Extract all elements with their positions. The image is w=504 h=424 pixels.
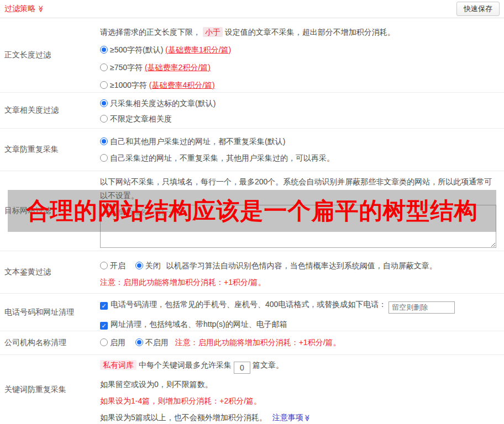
company-cleanup-options: 启用 不启用 注意：启用此功能将增加积分消耗：+1积分/篇。 [100, 336, 496, 348]
radio-option-note: (基础费率1积分/篇) [165, 45, 231, 54]
checkbox-option-label[interactable]: 电话号码清理，包括常见的手机号、座机号、400电话格式，或替换成如下电话： [111, 300, 386, 309]
checkbox-option-label[interactable]: 网址清理，包括纯域名、带http(s)的网址、电子邮箱 [111, 320, 287, 328]
radio-option-label[interactable]: 自己采集过的网址，不重复采集，其他用户采集过的，可以再采。 [110, 153, 334, 162]
less-than-badge: 小于 [203, 27, 223, 37]
row-content: 请选择需求的正文长度下限， 小于 设定值的文章不采集，超出部分不增加积分消耗。 … [100, 18, 504, 92]
radio-checked-icon[interactable] [100, 46, 108, 54]
porn-filter-desc: 以机器学习算法自动识别色情内容，当色情概率达到系统阈值，自动屏蔽文章。 [166, 261, 437, 270]
desc-text-after: 设定值的文章不采集，超出部分不增加积分消耗。 [225, 28, 395, 36]
radio-unchecked-icon[interactable] [100, 63, 108, 71]
row-company-name-cleanup: 公司机构名称清理 启用 不启用 注意：启用此功能将增加积分消耗：+1积分/篇。 [0, 331, 504, 355]
keyword-limit-unit: 篇文章。 [253, 361, 284, 369]
url-cleanup-option: 网址清理，包括纯域名、带http(s)的网址、电子邮箱 [100, 318, 496, 330]
row-label: 电话号码和网址清理 [0, 294, 100, 331]
row-content: 启用 不启用 注意：启用此功能将增加积分消耗：+1积分/篇。 [100, 331, 504, 354]
radio-option-note: (基础费率4积分/篇) [149, 81, 215, 89]
radio-option-note: (基础费率2积分/篇) [145, 63, 211, 72]
checkbox-checked-icon[interactable] [100, 322, 108, 330]
row-keyword-dedup: 关键词防重复采集 私有词库 中每个关键词最多允许采集篇文章。 如果留空或设为0，… [0, 355, 504, 424]
row-phone-url-cleanup: 电话号码和网址清理 电话号码清理，包括常见的手机号、座机号、400电话格式，或替… [0, 294, 504, 331]
radio-option-label[interactable]: 不启用 [145, 338, 169, 347]
row-content: 只采集相关度达标的文章(默认) 不限定文章相关度 [100, 93, 504, 128]
keyword-note-zero: 如果留空或设为0，则不限篇数。 [100, 378, 496, 390]
private-lexicon-badge: 私有词库 [100, 360, 136, 370]
company-cleanup-warning: 注意：启用此功能将增加积分消耗：+1积分/篇。 [175, 338, 341, 347]
radio-unchecked-icon[interactable] [100, 81, 108, 89]
radio-option-dedup-all: 自己和其他用户采集过的网址，都不重复采集(默认) [100, 135, 496, 147]
keyword-note-five-text: 如果设为5篇或以上，也不会额外增加积分消耗。 [100, 413, 267, 422]
radio-option-label[interactable]: 启用 [110, 338, 125, 347]
row-porn-filter: 文本鉴黄过滤 开启 关闭 以机器学习算法自动识别色情内容，当色情概率达到系统阈值… [0, 251, 504, 294]
radio-unchecked-icon[interactable] [100, 262, 108, 269]
watermark-overlay-banner: 合理的网站结构应该是一个扁平的树型结构 [8, 190, 496, 232]
content-length-desc: 请选择需求的正文长度下限， 小于 设定值的文章不采集，超出部分不增加积分消耗。 [100, 26, 496, 38]
radio-unchecked-icon[interactable] [100, 338, 108, 346]
radio-option-label[interactable]: ≥750字符 [110, 63, 143, 72]
radio-checked-icon[interactable] [135, 262, 143, 269]
notes-link-label[interactable]: 注意事项 [272, 413, 303, 422]
radio-option-label[interactable]: 关闭 [145, 261, 161, 270]
radio-checked-icon[interactable] [100, 137, 108, 145]
row-label: 文章相关度过滤 [0, 93, 100, 128]
radio-option-relevance-on: 只采集相关度达标的文章(默认) [100, 97, 496, 109]
radio-option-label[interactable]: 只采集相关度达标的文章(默认) [110, 99, 216, 108]
keyword-limit-input[interactable] [234, 362, 250, 374]
watermark-text: 合理的网站结构应该是一个扁平的树型结构 [27, 195, 478, 226]
radio-option-label[interactable]: ≥1000字符 [110, 81, 147, 89]
row-label: 公司机构名称清理 [0, 331, 100, 354]
radio-option-relevance-off: 不限定文章相关度 [100, 113, 496, 125]
row-content: 自己和其他用户采集过的网址，都不重复采集(默认) 自己采集过的网址，不重复采集，… [100, 129, 504, 171]
radio-option-label[interactable]: 不限定文章相关度 [110, 114, 172, 123]
radio-option-label[interactable]: 自己和其他用户采集过的网址，都不重复采集(默认) [110, 137, 285, 146]
row-label: 关键词防重复采集 [0, 355, 100, 424]
row-content: 开启 关闭 以机器学习算法自动识别色情内容，当色情概率达到系统阈值，自动屏蔽文章… [100, 251, 504, 293]
radio-checked-icon[interactable] [100, 99, 108, 107]
checkbox-checked-icon[interactable] [100, 302, 108, 310]
radio-option-750: ≥750字符 (基础费率2积分/篇) [100, 61, 496, 73]
chevron-double-down-icon[interactable]: ≫ [37, 6, 45, 13]
row-dedup-collection: 文章防重复采集 自己和其他用户采集过的网址，都不重复采集(默认) 自己采集过的网… [0, 129, 504, 171]
row-content: 电话号码清理，包括常见的手机号、座机号、400电话格式，或替换成如下电话： 网址… [100, 294, 504, 331]
page-title[interactable]: 过滤策略 [4, 4, 35, 14]
keyword-note-five: 如果设为5篇或以上，也不会额外增加积分消耗。 注意事项≫ [100, 411, 496, 424]
porn-filter-options: 开启 关闭 以机器学习算法自动识别色情内容，当色情概率达到系统阈值，自动屏蔽文章… [100, 259, 496, 272]
quick-save-button[interactable]: 快速保存 [456, 2, 500, 16]
row-content-length-filter: 正文长度过滤 请选择需求的正文长度下限， 小于 设定值的文章不采集，超出部分不增… [0, 18, 504, 93]
phone-cleanup-option: 电话号码清理，包括常见的手机号、座机号、400电话格式，或替换成如下电话： [100, 298, 496, 314]
chevron-double-down-icon: ≫ [301, 415, 313, 422]
row-content: 私有词库 中每个关键词最多允许采集篇文章。 如果留空或设为0，则不限篇数。 如果… [100, 355, 504, 424]
radio-option-1000: ≥1000字符 (基础费率4积分/篇) [100, 79, 496, 91]
target-site-desc-line1: 以下网站不采集，只填域名，每行一个，最多200个。系统会自动识别并屏蔽那些非文章… [100, 175, 496, 189]
row-relevance-filter: 文章相关度过滤 只采集相关度达标的文章(默认) 不限定文章相关度 [0, 93, 504, 129]
desc-text-before: 请选择需求的正文长度下限， [100, 28, 201, 36]
radio-option-label[interactable]: ≥500字符(默认) [110, 45, 163, 54]
replacement-phone-input[interactable] [389, 301, 455, 314]
radio-checked-icon[interactable] [135, 338, 143, 346]
keyword-limit-line: 私有词库 中每个关键词最多允许采集篇文章。 [100, 359, 496, 374]
porn-filter-warning: 注意：启用此功能将增加积分消耗：+1积分/篇。 [100, 276, 496, 288]
radio-unchecked-icon[interactable] [100, 115, 108, 123]
keyword-note-cost: 如果设为1-4篇，则增加积分消耗：+2积分/篇。 [100, 395, 496, 407]
row-label: 文本鉴黄过滤 [0, 251, 100, 293]
radio-option-label[interactable]: 开启 [110, 261, 125, 270]
radio-option-dedup-self: 自己采集过的网址，不重复采集，其他用户采集过的，可以再采。 [100, 152, 496, 164]
keyword-limit-text: 中每个关键词最多允许采集 [139, 361, 232, 369]
radio-option-500: ≥500字符(默认) (基础费率1积分/篇) [100, 44, 496, 56]
row-label: 正文长度过滤 [0, 18, 100, 92]
row-label: 文章防重复采集 [0, 129, 100, 171]
page-header: 过滤策略 ≫ 快速保存 [0, 0, 504, 18]
filter-strategy-page: 过滤策略 ≫ 快速保存 正文长度过滤 请选择需求的正文长度下限， 小于 设定值的… [0, 0, 504, 424]
radio-unchecked-icon[interactable] [100, 154, 108, 162]
notes-link[interactable]: 注意事项≫ [272, 413, 311, 422]
